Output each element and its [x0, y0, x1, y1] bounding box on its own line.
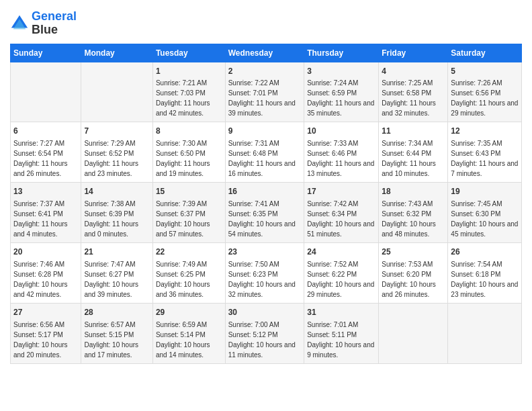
- calendar-cell: 16Sunrise: 7:41 AM Sunset: 6:35 PM Dayli…: [225, 183, 304, 243]
- day-info: Sunrise: 7:50 AM Sunset: 6:23 PM Dayligh…: [228, 259, 302, 300]
- day-number: 5: [451, 66, 519, 77]
- calendar-cell: [81, 62, 152, 122]
- header-cell-friday: Friday: [379, 44, 448, 62]
- day-number: 20: [13, 246, 78, 258]
- day-number: 11: [382, 126, 445, 137]
- calendar-cell: 6Sunrise: 7:27 AM Sunset: 6:54 PM Daylig…: [11, 122, 81, 183]
- header-cell-thursday: Thursday: [304, 44, 379, 62]
- header-cell-saturday: Saturday: [448, 44, 522, 62]
- day-number: 25: [382, 246, 445, 258]
- day-number: 23: [228, 246, 302, 258]
- day-info: Sunrise: 7:27 AM Sunset: 6:54 PM Dayligh…: [13, 138, 78, 179]
- page-header: General Blue: [10, 10, 522, 37]
- calendar-cell: 9Sunrise: 7:31 AM Sunset: 6:48 PM Daylig…: [225, 122, 304, 183]
- day-info: Sunrise: 6:57 AM Sunset: 5:15 PM Dayligh…: [84, 320, 149, 360]
- header-cell-tuesday: Tuesday: [152, 44, 225, 62]
- logo: General Blue: [10, 10, 77, 37]
- day-info: Sunrise: 7:22 AM Sunset: 7:01 PM Dayligh…: [228, 78, 302, 118]
- day-number: 24: [307, 246, 375, 258]
- calendar-cell: 12Sunrise: 7:35 AM Sunset: 6:43 PM Dayli…: [448, 122, 522, 183]
- calendar-cell: 23Sunrise: 7:50 AM Sunset: 6:23 PM Dayli…: [225, 242, 304, 303]
- calendar-cell: 19Sunrise: 7:45 AM Sunset: 6:30 PM Dayli…: [448, 183, 522, 243]
- day-info: Sunrise: 7:41 AM Sunset: 6:35 PM Dayligh…: [228, 199, 302, 239]
- calendar-cell: 22Sunrise: 7:49 AM Sunset: 6:25 PM Dayli…: [152, 242, 225, 303]
- day-info: Sunrise: 7:30 AM Sunset: 6:50 PM Dayligh…: [156, 138, 222, 179]
- calendar-cell: 4Sunrise: 7:25 AM Sunset: 6:58 PM Daylig…: [379, 62, 448, 122]
- calendar-cell: 3Sunrise: 7:24 AM Sunset: 6:59 PM Daylig…: [304, 62, 379, 122]
- day-number: 28: [84, 307, 149, 318]
- day-info: Sunrise: 7:31 AM Sunset: 6:48 PM Dayligh…: [228, 138, 302, 179]
- day-info: Sunrise: 7:35 AM Sunset: 6:43 PM Dayligh…: [451, 138, 519, 179]
- day-number: 9: [228, 126, 302, 137]
- calendar-cell: 31Sunrise: 7:01 AM Sunset: 5:11 PM Dayli…: [304, 303, 379, 363]
- day-number: 21: [84, 246, 149, 258]
- day-number: 19: [451, 186, 519, 197]
- day-info: Sunrise: 7:33 AM Sunset: 6:46 PM Dayligh…: [307, 138, 375, 179]
- day-number: 26: [451, 246, 519, 258]
- calendar-cell: 2Sunrise: 7:22 AM Sunset: 7:01 PM Daylig…: [225, 62, 304, 122]
- calendar-cell: 28Sunrise: 6:57 AM Sunset: 5:15 PM Dayli…: [81, 303, 152, 363]
- calendar-week-1: 1Sunrise: 7:21 AM Sunset: 7:03 PM Daylig…: [11, 62, 522, 122]
- day-number: 12: [451, 126, 519, 137]
- day-info: Sunrise: 7:46 AM Sunset: 6:28 PM Dayligh…: [13, 259, 78, 300]
- day-info: Sunrise: 6:59 AM Sunset: 5:14 PM Dayligh…: [156, 320, 222, 360]
- day-info: Sunrise: 6:56 AM Sunset: 5:17 PM Dayligh…: [13, 320, 78, 360]
- calendar-header: SundayMondayTuesdayWednesdayThursdayFrid…: [11, 44, 522, 62]
- calendar-week-5: 27Sunrise: 6:56 AM Sunset: 5:17 PM Dayli…: [11, 303, 522, 363]
- day-info: Sunrise: 7:21 AM Sunset: 7:03 PM Dayligh…: [156, 78, 222, 118]
- day-number: 1: [156, 66, 222, 77]
- calendar-cell: 14Sunrise: 7:38 AM Sunset: 6:39 PM Dayli…: [81, 183, 152, 243]
- day-info: Sunrise: 7:25 AM Sunset: 6:58 PM Dayligh…: [382, 78, 445, 118]
- calendar-cell: [11, 62, 81, 122]
- calendar-cell: 7Sunrise: 7:29 AM Sunset: 6:52 PM Daylig…: [81, 122, 152, 183]
- calendar-cell: [379, 303, 448, 363]
- header-cell-monday: Monday: [81, 44, 152, 62]
- header-cell-sunday: Sunday: [11, 44, 81, 62]
- calendar-table: SundayMondayTuesdayWednesdayThursdayFrid…: [10, 44, 522, 364]
- calendar-body: 1Sunrise: 7:21 AM Sunset: 7:03 PM Daylig…: [11, 62, 522, 363]
- calendar-cell: [448, 303, 522, 363]
- day-info: Sunrise: 7:24 AM Sunset: 6:59 PM Dayligh…: [307, 78, 375, 118]
- calendar-cell: 5Sunrise: 7:26 AM Sunset: 6:56 PM Daylig…: [448, 62, 522, 122]
- calendar-cell: 1Sunrise: 7:21 AM Sunset: 7:03 PM Daylig…: [152, 62, 225, 122]
- day-info: Sunrise: 7:01 AM Sunset: 5:11 PM Dayligh…: [307, 320, 375, 360]
- day-info: Sunrise: 7:00 AM Sunset: 5:12 PM Dayligh…: [228, 320, 302, 360]
- day-info: Sunrise: 7:38 AM Sunset: 6:39 PM Dayligh…: [84, 199, 149, 239]
- day-number: 14: [84, 186, 149, 197]
- calendar-cell: 18Sunrise: 7:43 AM Sunset: 6:32 PM Dayli…: [379, 183, 448, 243]
- calendar-week-3: 13Sunrise: 7:37 AM Sunset: 6:41 PM Dayli…: [11, 183, 522, 243]
- day-number: 30: [228, 307, 302, 318]
- calendar-cell: 29Sunrise: 6:59 AM Sunset: 5:14 PM Dayli…: [152, 303, 225, 363]
- day-info: Sunrise: 7:39 AM Sunset: 6:37 PM Dayligh…: [156, 199, 222, 239]
- calendar-cell: 25Sunrise: 7:53 AM Sunset: 6:20 PM Dayli…: [379, 242, 448, 303]
- day-info: Sunrise: 7:42 AM Sunset: 6:34 PM Dayligh…: [307, 199, 375, 239]
- calendar-cell: 30Sunrise: 7:00 AM Sunset: 5:12 PM Dayli…: [225, 303, 304, 363]
- day-info: Sunrise: 7:34 AM Sunset: 6:44 PM Dayligh…: [382, 138, 445, 179]
- day-number: 22: [156, 246, 222, 258]
- day-number: 18: [382, 186, 445, 197]
- day-number: 16: [228, 186, 302, 197]
- day-number: 29: [156, 307, 222, 318]
- calendar-cell: 27Sunrise: 6:56 AM Sunset: 5:17 PM Dayli…: [11, 303, 81, 363]
- day-number: 3: [307, 66, 375, 77]
- day-info: Sunrise: 7:47 AM Sunset: 6:27 PM Dayligh…: [84, 259, 149, 300]
- day-info: Sunrise: 7:49 AM Sunset: 6:25 PM Dayligh…: [156, 259, 222, 300]
- calendar-cell: 10Sunrise: 7:33 AM Sunset: 6:46 PM Dayli…: [304, 122, 379, 183]
- day-info: Sunrise: 7:43 AM Sunset: 6:32 PM Dayligh…: [382, 199, 445, 239]
- calendar-week-2: 6Sunrise: 7:27 AM Sunset: 6:54 PM Daylig…: [11, 122, 522, 183]
- day-info: Sunrise: 7:53 AM Sunset: 6:20 PM Dayligh…: [382, 259, 445, 300]
- day-number: 7: [84, 126, 149, 137]
- day-number: 15: [156, 186, 222, 197]
- header-cell-wednesday: Wednesday: [225, 44, 304, 62]
- day-info: Sunrise: 7:26 AM Sunset: 6:56 PM Dayligh…: [451, 78, 519, 118]
- day-number: 8: [156, 126, 222, 137]
- logo-text: General Blue: [32, 10, 77, 37]
- day-number: 31: [307, 307, 375, 318]
- calendar-cell: 15Sunrise: 7:39 AM Sunset: 6:37 PM Dayli…: [152, 183, 225, 243]
- day-number: 2: [228, 66, 302, 77]
- calendar-cell: 11Sunrise: 7:34 AM Sunset: 6:44 PM Dayli…: [379, 122, 448, 183]
- day-number: 6: [13, 126, 78, 137]
- calendar-cell: 8Sunrise: 7:30 AM Sunset: 6:50 PM Daylig…: [152, 122, 225, 183]
- calendar-cell: 17Sunrise: 7:42 AM Sunset: 6:34 PM Dayli…: [304, 183, 379, 243]
- day-number: 17: [307, 186, 375, 197]
